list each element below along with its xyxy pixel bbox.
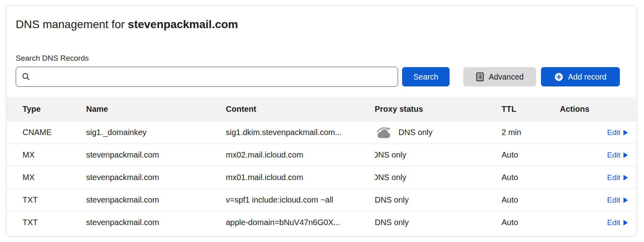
record-content: mx01.mail.icloud.com [226,173,375,182]
record-type: TXT [23,218,86,227]
record-name: sig1._domainkey [86,128,226,137]
edit-link-label: Edit [607,218,620,227]
edit-arrow-icon [623,197,628,203]
record-actions: Edit [560,151,637,160]
table-header-row: Type Name Content Proxy status TTL Actio… [6,97,637,121]
edit-arrow-icon [623,130,628,135]
edit-link[interactable]: Edit [607,196,628,205]
search-toolbar: Search Advanced Add record [16,67,627,87]
edit-arrow-icon [623,220,628,226]
edit-arrow-icon [623,175,628,180]
edit-link[interactable]: Edit [607,128,628,137]
table-row: MX stevenpackmail.com mx02.mail.icloud.c… [6,144,637,166]
record-actions: Edit [560,173,637,182]
record-content: sig1.dkim.stevenpackmail.com... [226,128,375,137]
record-type: TXT [23,195,86,205]
record-actions: Edit [560,128,637,137]
table-row: TXT stevenpackmail.com v=spf1 include:ic… [6,189,637,211]
edit-link-label: Edit [607,128,620,137]
record-content: apple-domain=bNuV47n6G0X... [226,218,375,227]
edit-link-label: Edit [607,151,620,160]
table-row: CNAME sig1._domainkey sig1.dkim.stevenpa… [6,121,637,144]
edit-arrow-icon [623,152,628,158]
proxy-status-label: DNS only [375,195,409,205]
dns-management-card: DNS management for stevenpackmail.com Se… [6,5,637,237]
record-ttl: Auto [502,150,560,160]
header-actions: Actions [560,105,637,114]
record-ttl: Auto [502,218,560,227]
table-row: TXT stevenpackmail.com apple-domain=bNuV… [6,211,637,234]
header-proxy-status: Proxy status [375,105,502,114]
dns-records-table: Type Name Content Proxy status TTL Actio… [6,97,637,234]
record-actions: Edit [560,218,637,227]
edit-link[interactable]: Edit [607,151,628,160]
record-proxy-status: 20 DNS only [375,149,502,161]
record-ttl: Auto [502,195,560,205]
proxy-status-label: DNS only [375,173,406,182]
search-icon [22,72,31,81]
header-name: Name [86,105,226,114]
record-type: MX [23,173,86,182]
record-name: stevenpackmail.com [86,150,226,160]
page-title: DNS management for stevenpackmail.com [16,18,627,31]
plus-circle-icon [554,72,564,82]
search-input[interactable] [35,67,392,86]
advanced-button[interactable]: Advanced [463,67,536,86]
search-box[interactable] [16,67,398,87]
record-proxy-status: DNS only [375,218,502,227]
record-content: mx02.mail.icloud.com [226,150,375,160]
record-proxy-status: 10 DNS only [375,172,502,184]
header-type: Type [23,105,86,114]
proxy-status-label: DNS only [375,218,409,227]
edit-link[interactable]: Edit [607,173,628,182]
record-name: stevenpackmail.com [86,218,226,227]
record-proxy-status: DNS only [375,195,502,205]
edit-link[interactable]: Edit [607,218,628,227]
record-actions: Edit [560,196,637,205]
advanced-list-icon [476,72,484,82]
record-type: CNAME [23,128,86,137]
advanced-button-label: Advanced [489,72,524,82]
page-title-domain: stevenpackmail.com [128,18,238,31]
edit-link-label: Edit [607,196,620,205]
record-name: stevenpackmail.com [86,195,226,205]
header-content: Content [226,105,375,114]
dns-only-cloud-icon [375,126,393,139]
edit-link-label: Edit [607,173,620,182]
table-row: MX stevenpackmail.com mx01.mail.icloud.c… [6,166,637,189]
search-label: Search DNS Records [16,54,627,63]
record-ttl: Auto [502,173,560,182]
header-ttl: TTL [502,105,560,114]
search-button[interactable]: Search [402,67,450,86]
record-content: v=spf1 include:icloud.com ~all [226,195,375,205]
add-record-button-label: Add record [568,72,606,82]
record-type: MX [23,150,86,160]
record-proxy-status: DNS only [375,126,502,139]
add-record-button[interactable]: Add record [541,67,620,86]
record-ttl: 2 min [502,128,560,137]
record-name: stevenpackmail.com [86,173,226,182]
proxy-status-label: DNS only [375,150,406,160]
page-title-prefix: DNS management for [16,18,128,31]
proxy-status-label: DNS only [398,128,432,137]
